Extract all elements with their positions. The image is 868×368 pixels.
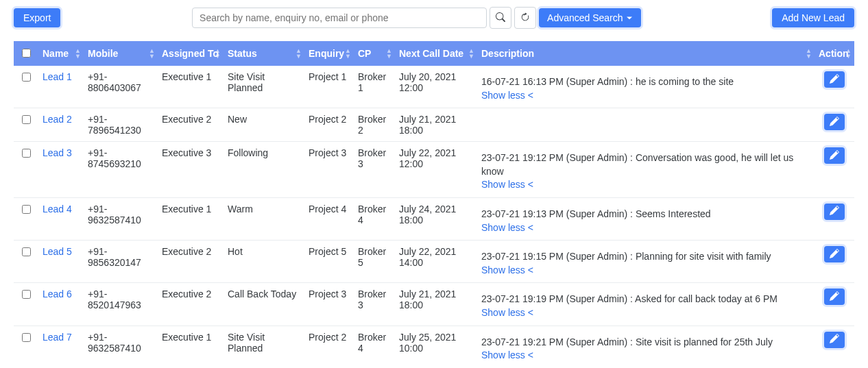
- table-row: Lead 1+91-8806403067Executive 1Site Visi…: [14, 66, 854, 108]
- table-row: Lead 5+91-9856320147Executive 2HotProjec…: [14, 241, 854, 283]
- header-assigned-to[interactable]: Assigned To▲▼: [158, 41, 224, 66]
- pencil-icon: [830, 74, 839, 86]
- cell-enquiry: Project 3: [304, 142, 354, 198]
- export-button[interactable]: Export: [14, 8, 60, 27]
- description-text: 23-07-21 19:12 PM (Super Admin) : Conver…: [481, 151, 810, 178]
- advanced-search-label: Advanced Search: [547, 12, 623, 23]
- header-name[interactable]: Name▲▼: [38, 41, 84, 66]
- cell-mobile: +91-8745693210: [84, 142, 158, 198]
- row-checkbox[interactable]: [22, 290, 31, 299]
- lead-link[interactable]: Lead 3: [43, 147, 72, 158]
- pencil-icon: [830, 334, 839, 345]
- add-new-lead-button[interactable]: Add New Lead: [772, 8, 854, 27]
- sort-icon: ▲▼: [806, 48, 812, 59]
- cell-cp: Broker 4: [354, 197, 395, 240]
- lead-link[interactable]: Lead 7: [43, 332, 72, 343]
- show-less-link[interactable]: Show less <: [481, 349, 533, 360]
- search-input[interactable]: [192, 8, 487, 28]
- leads-table: Name▲▼ Mobile▲▼ Assigned To▲▼ Status▲▼ E…: [14, 41, 854, 368]
- edit-button[interactable]: [824, 246, 845, 262]
- cell-next-call: July 24, 2021 18:00: [395, 197, 477, 240]
- edit-button[interactable]: [824, 204, 845, 220]
- description-text: 16-07-21 16:13 PM (Super Admin) : he is …: [481, 75, 810, 89]
- cell-enquiry: Project 3: [304, 283, 354, 326]
- row-checkbox[interactable]: [22, 247, 31, 256]
- lead-link[interactable]: Lead 2: [43, 114, 72, 125]
- cell-next-call: July 22, 2021 14:00: [395, 241, 477, 283]
- lead-link[interactable]: Lead 5: [43, 246, 72, 257]
- lead-link[interactable]: Lead 1: [43, 71, 72, 82]
- edit-button[interactable]: [824, 114, 845, 130]
- cell-assigned-to: Executive 3: [158, 142, 224, 198]
- cell-cp: Broker 4: [354, 326, 395, 368]
- header-mobile[interactable]: Mobile▲▼: [84, 41, 158, 66]
- row-checkbox[interactable]: [22, 149, 31, 158]
- lead-link[interactable]: Lead 4: [43, 204, 72, 214]
- refresh-button[interactable]: [514, 7, 536, 29]
- header-next-call[interactable]: Next Call Date▲▼: [395, 41, 477, 66]
- cell-description: 23-07-21 19:21 PM (Super Admin) : Site v…: [477, 326, 815, 368]
- cell-status: Warm: [224, 197, 304, 240]
- description-text: 23-07-21 19:13 PM (Super Admin) : Seems …: [481, 208, 810, 221]
- cell-description: 23-07-21 19:12 PM (Super Admin) : Conver…: [477, 142, 815, 198]
- cell-status: Site Visit Planned: [224, 326, 304, 368]
- cell-assigned-to: Executive 1: [158, 197, 224, 240]
- cell-mobile: +91-8520147963: [84, 283, 158, 326]
- header-cp[interactable]: CP▲▼: [354, 41, 395, 66]
- show-less-link[interactable]: Show less <: [481, 179, 533, 190]
- sort-icon: ▲▼: [845, 48, 852, 59]
- header-action: Action▲▼: [815, 41, 854, 66]
- table-row: Lead 6+91-8520147963Executive 2Call Back…: [14, 283, 854, 326]
- refresh-icon: [520, 12, 530, 24]
- search-button[interactable]: [490, 7, 511, 29]
- cell-cp: Broker 3: [354, 283, 395, 326]
- cell-status: Following: [224, 142, 304, 198]
- header-description[interactable]: Description▲▼: [477, 41, 815, 66]
- cell-cp: Broker 3: [354, 142, 395, 198]
- sort-icon: ▲▼: [75, 48, 81, 59]
- show-less-link[interactable]: Show less <: [481, 222, 533, 233]
- cell-cp: Broker 2: [354, 108, 395, 142]
- table-row: Lead 4+91-9632587410Executive 1WarmProje…: [14, 197, 854, 240]
- cell-status: New: [224, 108, 304, 142]
- sort-icon: ▲▼: [345, 48, 351, 59]
- cell-next-call: July 22, 2021 12:00: [395, 142, 477, 198]
- table-row: Lead 2+91-7896541230Executive 2NewProjec…: [14, 108, 854, 142]
- cell-status: Site Visit Planned: [224, 66, 304, 108]
- table-row: Lead 7+91-9632587410Executive 1Site Visi…: [14, 326, 854, 368]
- table-row: Lead 3+91-8745693210Executive 3Following…: [14, 142, 854, 198]
- row-checkbox[interactable]: [22, 333, 31, 342]
- cell-enquiry: Project 5: [304, 241, 354, 283]
- cell-mobile: +91-9632587410: [84, 197, 158, 240]
- show-less-link[interactable]: Show less <: [481, 265, 533, 275]
- cell-enquiry: Project 1: [304, 66, 354, 108]
- advanced-search-button[interactable]: Advanced Search: [539, 8, 641, 27]
- lead-link[interactable]: Lead 6: [43, 289, 72, 299]
- cell-next-call: July 25, 2021 10:00: [395, 326, 477, 368]
- row-checkbox[interactable]: [22, 205, 31, 214]
- header-enquiry[interactable]: Enquiry▲▼: [304, 41, 354, 66]
- cell-cp: Broker 1: [354, 66, 395, 108]
- select-all-checkbox[interactable]: [22, 49, 31, 58]
- cell-status: Hot: [224, 241, 304, 283]
- cell-assigned-to: Executive 2: [158, 108, 224, 142]
- show-less-link[interactable]: Show less <: [481, 307, 533, 318]
- row-checkbox[interactable]: [22, 115, 31, 124]
- sort-icon: ▲▼: [296, 48, 302, 59]
- cell-assigned-to: Executive 2: [158, 241, 224, 283]
- edit-button[interactable]: [824, 332, 845, 348]
- cell-status: Call Back Today: [224, 283, 304, 326]
- edit-button[interactable]: [824, 289, 845, 305]
- cell-mobile: +91-9632587410: [84, 326, 158, 368]
- header-status[interactable]: Status▲▼: [224, 41, 304, 66]
- cell-assigned-to: Executive 2: [158, 283, 224, 326]
- show-less-link[interactable]: Show less <: [481, 90, 533, 101]
- row-checkbox[interactable]: [22, 73, 31, 82]
- cell-next-call: July 21, 2021 18:00: [395, 108, 477, 142]
- edit-button[interactable]: [824, 71, 845, 88]
- description-text: 23-07-21 19:21 PM (Super Admin) : Site v…: [481, 336, 810, 349]
- sort-icon: ▲▼: [468, 48, 474, 59]
- pencil-icon: [830, 116, 839, 128]
- edit-button[interactable]: [824, 147, 845, 164]
- cell-enquiry: Project 2: [304, 108, 354, 142]
